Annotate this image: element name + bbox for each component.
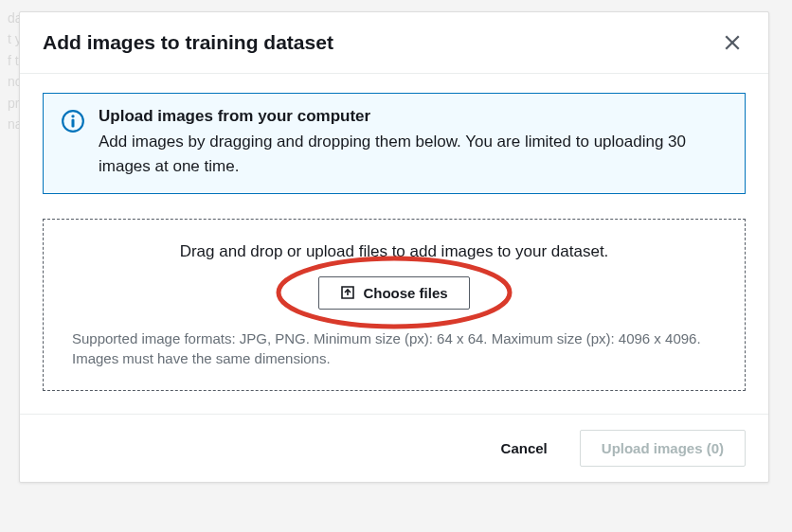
dropzone-instruction: Drag and drop or upload files to add ima… — [72, 242, 716, 261]
info-box: Upload images from your computer Add ima… — [43, 93, 746, 194]
choose-files-label: Choose files — [363, 285, 447, 301]
upload-images-button[interactable]: Upload images (0) — [580, 430, 746, 467]
info-icon — [61, 109, 85, 137]
modal-header: Add images to training dataset — [20, 12, 768, 74]
svg-point-3 — [71, 115, 74, 117]
modal-body: Upload images from your computer Add ima… — [20, 74, 768, 414]
supported-formats-text: Supported image formats: JPG, PNG. Minim… — [72, 328, 716, 370]
close-icon — [724, 34, 741, 51]
info-content: Upload images from your computer Add ima… — [99, 107, 728, 180]
choose-files-wrap: Choose files — [318, 276, 469, 310]
close-button[interactable] — [719, 29, 746, 56]
dropzone[interactable]: Drag and drop or upload files to add ima… — [43, 219, 746, 392]
add-images-modal: Add images to training dataset Upload im… — [19, 11, 769, 483]
upload-icon — [340, 285, 355, 300]
svg-rect-4 — [71, 119, 74, 128]
info-description: Add images by dragging and dropping them… — [99, 130, 728, 180]
modal-title: Add images to training dataset — [43, 31, 333, 54]
info-title: Upload images from your computer — [99, 107, 728, 126]
choose-files-button[interactable]: Choose files — [318, 276, 469, 310]
modal-footer: Cancel Upload images (0) — [20, 414, 768, 482]
cancel-button[interactable]: Cancel — [480, 430, 568, 467]
